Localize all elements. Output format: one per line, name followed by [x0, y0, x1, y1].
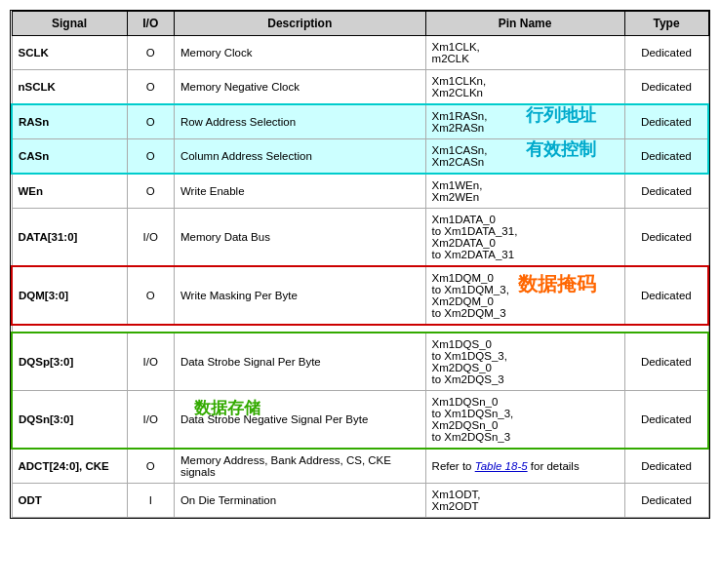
cell-desc: Memory Address, Bank Address, CS, CKE si… — [174, 449, 425, 484]
table-row: DQSn[3:0]I/OData Strobe Negative Signal … — [12, 391, 708, 450]
cell-signal: CASn — [12, 139, 127, 175]
cell-signal: DQM[3:0] — [12, 266, 127, 325]
table-row: DATA[31:0]I/OMemory Data BusXm1DATA_0 to… — [12, 209, 708, 267]
cell-desc: Memory Data Bus — [174, 209, 425, 267]
table-row — [12, 325, 708, 333]
cell-signal: WEn — [12, 174, 127, 209]
table-row: WEnOWrite EnableXm1WEn, Xm2WEnDedicated — [12, 174, 708, 209]
cell-pin: Xm1ODT, Xm2ODT — [425, 484, 624, 518]
cell-desc: Data Strobe Signal Per Byte数据存储 — [174, 333, 425, 391]
cell-signal: ODT — [12, 484, 127, 518]
cell-signal: ADCT[24:0], CKE — [12, 449, 127, 484]
table-row: DQSp[3:0]I/OData Strobe Signal Per Byte数… — [12, 333, 708, 391]
cell-io: I/O — [127, 391, 174, 450]
table-link[interactable]: Table 18-5 — [475, 460, 528, 472]
cell-desc: Data Strobe Negative Signal Per Byte — [174, 391, 425, 450]
cell-io: I/O — [127, 209, 174, 267]
cell-pin: Xm1CASn, Xm2CASn — [425, 139, 624, 175]
cell-io: O — [127, 266, 174, 325]
header-pin: Pin Name — [425, 12, 624, 36]
cell-io: I — [127, 484, 174, 518]
cell-desc: Memory Negative Clock — [174, 70, 425, 105]
cell-signal: nSCLK — [12, 70, 127, 105]
cell-pin: Xm1CLKn, Xm2CLKn — [425, 70, 624, 105]
cell-type: Dedicated — [624, 174, 708, 209]
cell-io: O — [127, 36, 174, 70]
cell-pin: Xm1DQS_0 to Xm1DQS_3, Xm2DQS_0 to Xm2DQS… — [425, 333, 624, 391]
cell-desc: Write Masking Per Byte数据掩码 — [174, 266, 425, 325]
cell-desc: Write Enable — [174, 174, 425, 209]
cell-type: Dedicated — [624, 333, 708, 391]
signal-table: Signal I/O Description Pin Name Type SCL… — [11, 11, 709, 518]
header-desc: Description — [174, 12, 425, 36]
cell-signal: DQSp[3:0] — [12, 333, 127, 391]
table-row: DQM[3:0]OWrite Masking Per Byte数据掩码Xm1DQ… — [12, 266, 708, 325]
header-type: Type — [624, 12, 708, 36]
cell-desc: Column Address Selection有效控制 — [174, 139, 425, 175]
table-row: ODTIOn Die TerminationXm1ODT, Xm2ODTDedi… — [12, 484, 708, 518]
cell-type: Dedicated — [624, 484, 708, 518]
cell-signal: SCLK — [12, 36, 127, 70]
cell-desc: Row Address Selection行列地址 — [174, 104, 425, 139]
table-row: ADCT[24:0], CKEOMemory Address, Bank Add… — [12, 449, 708, 484]
cell-type: Dedicated — [624, 139, 708, 175]
cell-io: O — [127, 70, 174, 105]
cell-desc: On Die Termination — [174, 484, 425, 518]
cell-io: O — [127, 139, 174, 175]
cell-type: Dedicated — [624, 209, 708, 267]
table-row: CASnOColumn Address Selection有效控制Xm1CASn… — [12, 139, 708, 175]
cell-signal: DQSn[3:0] — [12, 391, 127, 450]
cell-pin: Refer to Table 18-5 for details — [425, 449, 624, 484]
cell-signal: RASn — [12, 104, 127, 139]
header-io: I/O — [127, 12, 174, 36]
header-signal: Signal — [12, 12, 127, 36]
cell-type: Dedicated — [624, 104, 708, 139]
table-row: SCLKOMemory ClockXm1CLK, m2CLKDedicated — [12, 36, 708, 70]
cell-pin: Xm1CLK, m2CLK — [425, 36, 624, 70]
cell-type: Dedicated — [624, 391, 708, 450]
cell-io: O — [127, 104, 174, 139]
cell-io: I/O — [127, 333, 174, 391]
table-row: nSCLKOMemory Negative ClockXm1CLKn, Xm2C… — [12, 70, 708, 105]
cell-io: O — [127, 174, 174, 209]
cell-io: O — [127, 449, 174, 484]
table-row: RASnORow Address Selection行列地址Xm1RASn, X… — [12, 104, 708, 139]
cell-pin: Xm1DQM_0 to Xm1DQM_3, Xm2DQM_0 to Xm2DQM… — [425, 266, 624, 325]
cell-pin: Xm1WEn, Xm2WEn — [425, 174, 624, 209]
cell-type: Dedicated — [624, 266, 708, 325]
cell-type: Dedicated — [624, 70, 708, 105]
cell-pin: Xm1RASn, Xm2RASn — [425, 104, 624, 139]
cell-pin: Xm1DATA_0 to Xm1DATA_31, Xm2DATA_0 to Xm… — [425, 209, 624, 267]
cell-desc: Memory Clock — [174, 36, 425, 70]
main-table-wrapper: Signal I/O Description Pin Name Type SCL… — [10, 10, 710, 519]
cell-type: Dedicated — [624, 449, 708, 484]
cell-type: Dedicated — [624, 36, 708, 70]
cell-signal: DATA[31:0] — [12, 209, 127, 267]
cell-pin: Xm1DQSn_0 to Xm1DQSn_3, Xm2DQSn_0 to Xm2… — [425, 391, 624, 450]
